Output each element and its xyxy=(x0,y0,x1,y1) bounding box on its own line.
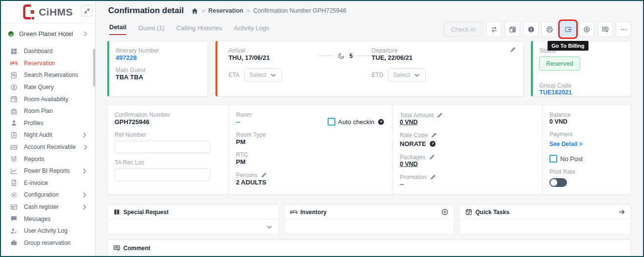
comments-button[interactable] xyxy=(597,21,613,37)
breadcrumb-separator: > xyxy=(202,8,205,14)
stay-schedule-button[interactable] xyxy=(505,21,520,37)
more-options-button[interactable] xyxy=(616,21,631,37)
alerts-button[interactable] xyxy=(523,21,539,37)
group-code-link[interactable]: TUE162021 xyxy=(539,89,623,96)
etd-select[interactable]: Select xyxy=(388,68,426,82)
add-payment-button[interactable] xyxy=(579,21,594,37)
sidebar-item-configuration[interactable]: Configuration xyxy=(1,189,95,201)
add-inventory-button[interactable] xyxy=(441,208,449,216)
sliders-icon xyxy=(10,155,18,163)
sidebar-item-label: User Activity Log xyxy=(24,227,88,234)
ta-rec-loc-input[interactable] xyxy=(115,168,210,181)
sidebar: CiHMS Green Planet Hotel Dashboard Reser… xyxy=(1,1,96,256)
print-rate-label: Print Rate xyxy=(549,168,623,175)
tab-guest[interactable]: Guest (1) xyxy=(138,24,164,35)
clipboard-icon xyxy=(10,131,18,139)
chevron-down-icon[interactable] xyxy=(266,223,273,231)
sidebar-item-room-plan[interactable]: Room Plan xyxy=(1,105,95,117)
sidebar-item-label: Cash register xyxy=(24,203,75,210)
help-icon[interactable]: ? xyxy=(429,140,436,147)
room-move-button[interactable] xyxy=(486,21,502,37)
promotion-label: Promotion xyxy=(400,174,427,181)
edit-rate-code-pencil-icon[interactable] xyxy=(430,131,438,139)
sidebar-item-night-audit[interactable]: Night Audit xyxy=(1,129,95,141)
chat-icon xyxy=(10,215,18,222)
divider xyxy=(319,55,333,56)
breadcrumb-reservation[interactable]: Reservation xyxy=(208,7,243,14)
go-to-billing-button[interactable] xyxy=(560,21,576,37)
edit-packages-pencil-icon[interactable] xyxy=(429,153,436,161)
sidebar-item-group-reservation[interactable]: Group reservation xyxy=(1,237,95,249)
sidebar-item-e-invoice[interactable]: E-invoice xyxy=(1,177,95,189)
cihms-logo-icon xyxy=(23,4,35,19)
sidebar-item-cash-register[interactable]: Cash register xyxy=(1,201,95,213)
packages-label: Packages xyxy=(400,154,426,161)
cash-register-icon xyxy=(10,203,18,211)
sidebar-item-label: Messages xyxy=(24,216,88,222)
comment-icon xyxy=(602,26,609,33)
sidebar-item-reservation[interactable]: Reservation xyxy=(1,57,95,70)
chevron-down-icon xyxy=(270,72,277,79)
tab-calling-histories[interactable]: Calling Histories xyxy=(176,24,222,35)
special-request-body[interactable] xyxy=(108,220,279,234)
sidebar-item-dashboard[interactable]: Dashboard xyxy=(1,45,95,57)
home-icon[interactable] xyxy=(191,7,198,15)
tab-bar: Detail Guest (1) Calling Histories Activ… xyxy=(109,22,270,35)
ref-number-input[interactable] xyxy=(115,141,210,153)
sidebar-item-label: Power BI Reports xyxy=(24,167,75,174)
sidebar-item-power-bi-reports[interactable]: Power BI Reports xyxy=(1,165,95,177)
nights-indicator: 5 xyxy=(319,52,372,59)
rate-code-value: NORATE xyxy=(400,140,426,147)
sidebar-item-rate-query[interactable]: Rate Query xyxy=(1,81,95,93)
hotel-selector[interactable]: Green Planet Hotel xyxy=(1,23,95,43)
departure-label: Departure xyxy=(371,47,515,54)
print-rate-toggle[interactable] xyxy=(549,178,567,187)
check-in-button[interactable]: Check-in xyxy=(444,21,483,37)
tab-activity-logs[interactable]: Activity Logs xyxy=(234,24,270,35)
panels-row: Special Request Inventory Quick Tasks xyxy=(107,204,631,234)
confirmation-number-value: GPH725946 xyxy=(115,118,221,126)
svg-text:?: ? xyxy=(380,120,382,124)
sidebar-item-reports[interactable]: Reports xyxy=(1,153,95,165)
edit-total-amount-pencil-icon[interactable] xyxy=(436,111,444,119)
sidebar-item-user-activity-log[interactable]: User Activity Log xyxy=(1,225,95,237)
quick-tasks-panel: Quick Tasks xyxy=(459,204,631,234)
room-label: Room xyxy=(236,111,385,118)
sidebar-collapse-button[interactable] xyxy=(81,5,93,17)
edit-stay-pencil-icon[interactable] xyxy=(509,46,517,53)
sidebar-item-label: Search Reservations xyxy=(24,72,88,78)
transfer-icon xyxy=(490,26,498,33)
inventory-panel: Inventory xyxy=(284,204,454,234)
promotion-value: -- xyxy=(400,181,534,188)
eta-select[interactable]: Select xyxy=(244,68,282,82)
briefcase-icon xyxy=(10,239,18,246)
breadcrumb-separator: > xyxy=(247,8,250,14)
sidebar-item-profiles[interactable]: Profiles xyxy=(1,117,95,129)
sidebar-item-room-availability[interactable]: Room Availability xyxy=(1,93,95,105)
tab-detail[interactable]: Detail xyxy=(109,23,126,35)
itinerary-number-link[interactable]: 497228 xyxy=(116,54,200,61)
sidebar-item-search-reservations[interactable]: Search Reservations xyxy=(1,69,95,81)
sidebar-item-account-receivable[interactable]: Account Receivable xyxy=(1,141,95,153)
special-request-title: Special Request xyxy=(123,209,169,216)
open-quick-tasks-button[interactable] xyxy=(618,208,625,216)
sidebar-scrollbar[interactable] xyxy=(93,49,95,87)
page-title: Confirmation detail xyxy=(108,6,184,16)
auto-checkin-checkbox[interactable] xyxy=(328,118,335,126)
hotel-name: Green Planet Hotel xyxy=(19,30,78,37)
dollar-circle-icon xyxy=(10,84,18,91)
etd-select-value: Select xyxy=(393,72,410,78)
edit-persons-pencil-icon[interactable] xyxy=(260,171,268,179)
payment-see-detail-link[interactable]: See Detail > xyxy=(549,141,583,147)
globe-icon xyxy=(7,30,15,37)
chevron-right-icon xyxy=(81,203,88,211)
user-pen-icon xyxy=(10,227,18,235)
packages-value[interactable]: 0 VND xyxy=(400,161,534,167)
total-amount-value[interactable]: 0 VND xyxy=(400,119,534,126)
sidebar-item-messages[interactable]: Messages xyxy=(1,213,95,225)
help-icon[interactable]: ? xyxy=(377,118,385,126)
ref-number-label: Ref Number xyxy=(115,131,221,138)
edit-promotion-pencil-icon[interactable] xyxy=(429,173,437,181)
no-post-checkbox[interactable] xyxy=(549,155,557,163)
print-button[interactable] xyxy=(542,21,557,37)
